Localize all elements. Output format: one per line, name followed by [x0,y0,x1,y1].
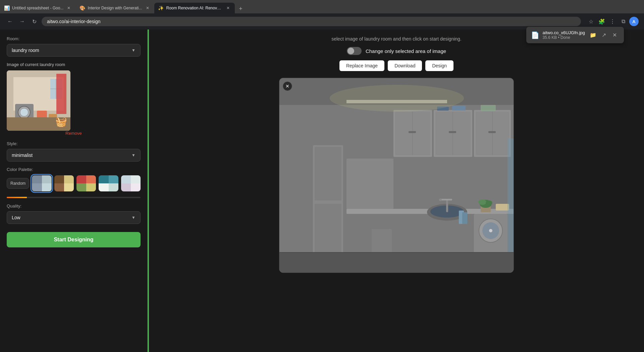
quality-select-arrow-icon: ▼ [131,215,136,220]
action-buttons: Replace Image Download Design [339,60,453,71]
open-downloads-folder-button[interactable]: 📁 [588,31,598,40]
tab-interior[interactable]: 🎨 Interior Design with Generati... ✕ [75,3,154,13]
svg-rect-43 [462,212,467,224]
profile-avatar[interactable]: A [629,17,639,26]
download-toast: 📄 aitwo.co_x6UJGfn.jpg 35.6 KB • Done 📁 … [526,27,624,43]
svg-point-41 [439,198,442,201]
forward-button[interactable]: → [17,17,27,26]
toggle-label: Change only selected area of image [366,48,446,54]
tab-close-renovation[interactable]: ✕ [225,5,231,11]
palette-swatch-3[interactable] [99,175,118,191]
quality-select[interactable]: Low ▼ [7,211,141,224]
download-button[interactable]: Download [388,60,422,71]
extensions-icon[interactable]: 🧩 [597,17,606,26]
tab-favicon-renovation: ✨ [158,5,164,11]
reload-button[interactable]: ↻ [30,17,39,26]
tab-title-spreadsheet: Untitled spreadsheet - Goo... [12,6,63,10]
area-toggle[interactable] [347,47,362,55]
download-filename: aitwo.co_x6UJGfn.jpg [543,30,585,35]
room-image[interactable] [7,70,70,131]
palette-random-button[interactable]: Random [7,178,29,189]
svg-point-47 [486,200,492,205]
svg-rect-39 [446,199,448,212]
room-label: Room: [7,36,141,41]
palette-row: Random [7,175,141,191]
main-layout: Room: laundry room ▼ Image of current la… [0,30,644,352]
address-input[interactable] [42,17,581,26]
start-designing-button[interactable]: Start Designing [7,232,141,247]
palette-swatch-1[interactable] [54,175,74,191]
svg-rect-56 [279,252,514,273]
result-container: ✕ [279,78,514,273]
svg-rect-24 [449,131,456,133]
tab-spreadsheet[interactable]: 📊 Untitled spreadsheet - Goo... ✕ [0,3,75,13]
svg-rect-20 [409,131,416,133]
close-download-toast-button[interactable]: ✕ [610,31,619,40]
quality-label: Quality: [7,203,141,209]
bookmark-icon[interactable]: ☆ [586,17,596,26]
replace-image-button[interactable]: Replace Image [339,60,384,71]
design-button[interactable]: Design [425,60,453,71]
svg-rect-11 [13,122,64,126]
svg-rect-35 [346,159,393,209]
room-select[interactable]: laundry room ▼ [7,44,141,57]
svg-rect-40 [440,199,452,200]
browser-menu-icon[interactable]: ⋮ [608,17,617,26]
style-select-arrow-icon: ▼ [131,153,136,158]
quality-select-value: Low [12,215,20,220]
svg-rect-8 [37,111,47,124]
svg-rect-48 [496,204,509,211]
svg-point-46 [478,199,486,205]
content-area: select image of laundry room and then cl… [149,30,644,352]
palette-label: Color Palette: [7,167,141,172]
svg-rect-34 [315,204,341,257]
tab-close-interior[interactable]: ✕ [145,5,150,11]
result-image [279,78,514,273]
sidebar: Room: laundry room ▼ Image of current la… [0,30,148,352]
tab-close-spreadsheet[interactable]: ✕ [66,5,71,11]
image-section-label: Image of current laundry room [7,62,141,67]
svg-point-7 [20,108,28,116]
svg-rect-12 [7,124,70,131]
tab-bar: 📊 Untitled spreadsheet - Goo... ✕ 🎨 Inte… [0,0,644,13]
svg-rect-53 [346,222,370,256]
room-select-arrow-icon: ▼ [131,48,136,53]
new-tab-button[interactable]: + [236,4,246,13]
download-status: 35.6 KB • Done [543,35,585,40]
info-text: select image of laundry room and then cl… [331,36,462,42]
svg-point-52 [489,229,492,232]
svg-rect-31 [481,105,496,111]
svg-rect-54 [372,229,392,256]
svg-rect-30 [452,106,466,111]
style-label: Style: [7,141,141,146]
tab-title-interior: Interior Design with Generati... [88,6,142,10]
download-file-icon: 📄 [531,31,539,39]
close-result-button[interactable]: ✕ [283,81,292,91]
style-select-value: minimalist [12,153,33,158]
palette-swatch-4[interactable] [121,175,141,191]
remove-image-link[interactable]: Remove [7,131,141,136]
svg-rect-9 [49,114,57,124]
back-button[interactable]: ← [5,17,15,26]
toolbar-icons: ☆ 🧩 ⋮ ⧉ A [586,17,639,26]
toggle-row: Change only selected area of image [347,47,446,55]
tab-title-renovation: Room Renovation AI: Renova... [166,6,223,10]
room-image-svg [7,70,70,131]
tab-renovation[interactable]: ✨ Room Renovation AI: Renova... ✕ [154,3,235,13]
palette-swatch-2[interactable] [76,175,96,191]
browser-chrome: 📊 Untitled spreadsheet - Goo... ✕ 🎨 Inte… [0,0,644,30]
toggle-knob [347,48,354,54]
svg-rect-10 [56,74,66,114]
progress-bar [7,197,141,198]
svg-rect-28 [488,131,496,133]
style-select[interactable]: minimalist ▼ [7,149,141,162]
tab-favicon-spreadsheet: 📊 [4,5,9,11]
palette-swatch-0[interactable] [32,175,51,191]
download-actions: 📁 ↗ ✕ [588,31,619,40]
room-select-value: laundry room [12,48,39,53]
download-info: aitwo.co_x6UJGfn.jpg 35.6 KB • Done [543,30,585,40]
tab-favicon-interior: 🎨 [79,5,85,11]
open-downloaded-file-button[interactable]: ↗ [599,31,608,40]
svg-point-58 [330,85,464,112]
split-view-icon[interactable]: ⧉ [619,17,628,26]
